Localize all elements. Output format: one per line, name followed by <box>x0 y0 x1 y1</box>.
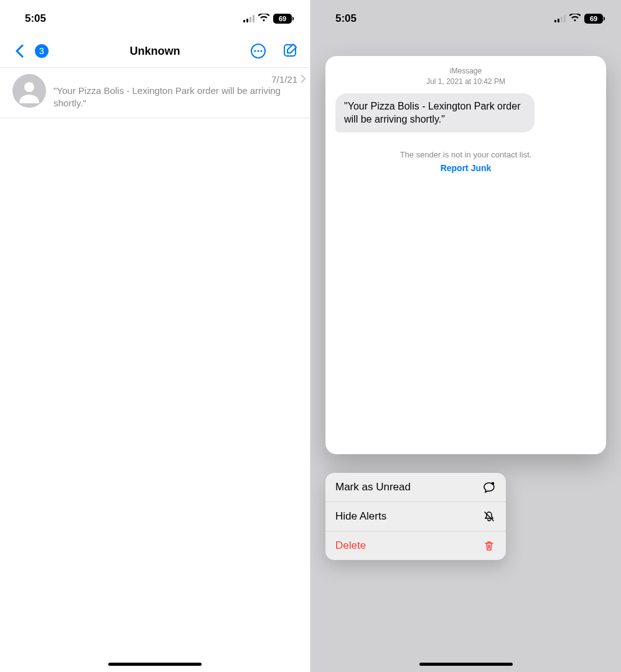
cellular-icon <box>554 15 566 22</box>
conversation-preview: "Your Pizza Bolis - Lexington Park order… <box>54 85 306 110</box>
report-junk-link[interactable]: Report Junk <box>335 163 596 173</box>
compose-button[interactable] <box>280 40 301 62</box>
svg-point-5 <box>24 82 34 92</box>
svg-point-6 <box>492 482 495 485</box>
back-button[interactable] <box>9 40 30 62</box>
chevron-right-icon <box>301 74 306 85</box>
conversation-preview-card[interactable]: iMessage Jul 1, 2021 at 10:42 PM "Your P… <box>325 56 606 454</box>
menu-item-label: Mark as Unread <box>335 481 411 493</box>
speech-bubble-icon <box>482 480 496 494</box>
battery-icon: 69 <box>584 14 605 24</box>
more-button[interactable] <box>248 40 269 62</box>
status-time: 5:05 <box>25 12 46 25</box>
battery-icon: 69 <box>273 14 294 24</box>
timestamp-label: Jul 1, 2021 at 10:42 PM <box>335 77 596 87</box>
message-bubble: "Your Pizza Bolis - Lexington Park order… <box>335 93 535 133</box>
trash-icon <box>482 539 496 553</box>
conversation-context-menu-screen: 5:05 69 iMessage Jul 1, 2021 at 10:42 PM… <box>310 0 621 672</box>
status-bar: 5:05 69 <box>0 0 310 35</box>
conversation-date: 7/1/21 <box>271 74 297 85</box>
home-indicator[interactable] <box>108 663 202 666</box>
wifi-icon <box>569 12 581 25</box>
not-in-contacts-label: The sender is not in your contact list. <box>335 150 596 159</box>
svg-point-1 <box>254 50 256 52</box>
menu-mark-unread[interactable]: Mark as Unread <box>325 473 506 502</box>
unread-badge: 3 <box>35 44 49 58</box>
avatar <box>12 74 46 108</box>
home-indicator[interactable] <box>419 663 513 666</box>
wifi-icon <box>258 12 269 25</box>
menu-item-label: Hide Alerts <box>335 510 386 523</box>
conversation-row[interactable]: 7/1/21 "Your Pizza Bolis - Lexington Par… <box>0 67 310 118</box>
service-label: iMessage <box>335 66 596 77</box>
bell-slash-icon <box>482 510 496 523</box>
svg-point-3 <box>260 50 262 52</box>
svg-point-2 <box>257 50 259 52</box>
menu-hide-alerts[interactable]: Hide Alerts <box>325 502 506 531</box>
menu-delete[interactable]: Delete <box>325 531 506 560</box>
status-indicators: 69 <box>243 12 294 25</box>
menu-item-label: Delete <box>335 539 366 552</box>
nav-bar: 3 Unknown <box>0 35 310 67</box>
status-indicators: 69 <box>554 12 605 25</box>
status-bar: 5:05 69 <box>310 0 621 35</box>
messages-list-screen: 5:05 69 3 Unknown <box>0 0 310 672</box>
cellular-icon <box>243 15 254 22</box>
status-time: 5:05 <box>335 12 357 25</box>
context-menu: Mark as Unread Hide Alerts Delete <box>325 473 506 560</box>
